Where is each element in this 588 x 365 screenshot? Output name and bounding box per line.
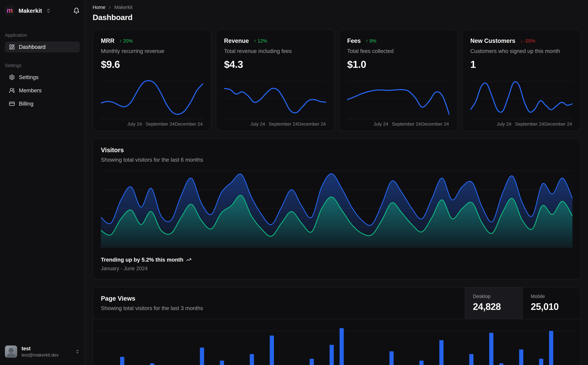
- page-views-bar-chart: [93, 322, 580, 365]
- chevron-right-icon: [108, 5, 112, 10]
- sidebar-item-label: Dashboard: [19, 44, 46, 50]
- stat-card-new-customers: New Customers ↓-25% Customers who signed…: [462, 29, 581, 131]
- user-name: test: [21, 346, 59, 351]
- stat-description: Customers who signed up this month: [470, 48, 573, 54]
- tab-mobile[interactable]: Mobile 25,010: [523, 288, 580, 319]
- stat-card-revenue: Revenue ↑12% Total revenue including fee…: [216, 29, 335, 131]
- brand-logo-letter: m: [7, 7, 13, 14]
- sidebar-item-label: Billing: [19, 101, 33, 107]
- trend-badge: ↓-25%: [520, 38, 535, 44]
- layout-dashboard-icon: [9, 44, 15, 50]
- main-content: Home Makerkit Dashboard MRR ↑20% Monthly…: [85, 0, 588, 365]
- tab-desktop-value: 24,828: [473, 301, 515, 312]
- stat-value: $1.0: [347, 59, 450, 70]
- arrow-up-icon: ↑: [254, 38, 256, 44]
- workspace-name: Makerkit: [19, 7, 42, 14]
- tab-mobile-label: Mobile: [531, 294, 573, 299]
- visitors-title: Visitors: [101, 147, 573, 154]
- sidebar-item-dashboard[interactable]: Dashboard: [5, 42, 80, 52]
- stat-card-fees: Fees ↑9% Total fees collected $1.0 July …: [339, 29, 458, 131]
- nav-list-application: Dashboard: [5, 42, 80, 52]
- stat-title: New Customers: [470, 37, 515, 44]
- sidebar-item-members[interactable]: Members: [5, 85, 80, 96]
- visitors-date-range: January - June 2024: [101, 266, 573, 272]
- workspace-selector[interactable]: m Makerkit: [5, 6, 51, 15]
- stat-description: Total fees collected: [347, 48, 450, 54]
- stat-title: Revenue: [224, 37, 249, 44]
- visitors-area-chart: [101, 170, 573, 248]
- brand-logo: m: [5, 6, 14, 15]
- stat-description: Monthly recurring revenue: [101, 48, 203, 54]
- sidebar-item-label: Settings: [19, 74, 39, 80]
- avatar: [5, 345, 17, 358]
- visitors-footer: Trending up by 5.2% this month January -…: [101, 257, 573, 272]
- credit-card-icon: [9, 101, 15, 107]
- user-menu[interactable]: test test@makerkit.dev: [5, 345, 80, 358]
- fees-sparkline-chart: [347, 77, 450, 119]
- user-meta: test test@makerkit.dev: [21, 346, 59, 358]
- stat-value: $9.6: [101, 59, 203, 70]
- sidebar-item-billing[interactable]: Billing: [5, 98, 80, 109]
- tab-mobile-value: 25,010: [531, 301, 573, 312]
- visitors-subtitle: Showing total visitors for the last 6 mo…: [101, 157, 573, 163]
- breadcrumb: Home Makerkit: [93, 5, 581, 10]
- trend-badge: ↑12%: [254, 38, 267, 44]
- stat-title: Fees: [347, 37, 361, 44]
- x-axis-labels: July 24 September 24 December 24: [347, 119, 450, 126]
- sidebar-item-label: Members: [19, 87, 42, 94]
- user-email: test@makerkit.dev: [21, 353, 59, 358]
- revenue-sparkline-chart: [224, 77, 326, 119]
- users-icon: [9, 88, 15, 93]
- stat-title: MRR: [101, 37, 114, 44]
- page-views-subtitle: Showing total visitors for the last 3 mo…: [101, 305, 457, 311]
- visitors-card: Visitors Showing total visitors for the …: [93, 139, 581, 280]
- stat-value: 1: [470, 59, 573, 70]
- x-axis-labels: July 24 September 24 December 24: [224, 119, 326, 126]
- stat-card-mrr: MRR ↑20% Monthly recurring revenue $9.6 …: [93, 29, 211, 131]
- page-views-series-tabs: Desktop 24,828 Mobile 25,010: [465, 288, 580, 319]
- stats-grid: MRR ↑20% Monthly recurring revenue $9.6 …: [93, 29, 581, 131]
- breadcrumb-home-link[interactable]: Home: [93, 5, 105, 10]
- chevrons-up-down-icon: [46, 8, 51, 13]
- arrow-up-icon: ↑: [119, 38, 122, 44]
- x-axis-labels: July 24 September 24 December 24: [470, 119, 573, 126]
- chevrons-up-down-icon: [75, 349, 80, 354]
- tab-desktop-label: Desktop: [473, 294, 515, 299]
- arrow-down-icon: ↓: [520, 38, 523, 44]
- nav-section-label-settings: Settings: [5, 63, 80, 68]
- page-views-title: Page Views: [101, 295, 457, 302]
- nav-list-settings: Settings Members Billing: [5, 72, 80, 109]
- x-axis-labels: July 24 September 24 December 24: [101, 119, 203, 126]
- tab-desktop[interactable]: Desktop 24,828: [465, 288, 523, 319]
- notifications-button[interactable]: [73, 7, 80, 14]
- gear-icon: [9, 74, 15, 80]
- visitors-trend-text: Trending up by 5.2% this month: [101, 257, 183, 263]
- page-views-header: Page Views Showing total visitors for th…: [93, 288, 580, 319]
- page-views-card: Page Views Showing total visitors for th…: [93, 287, 581, 365]
- stat-description: Total revenue including fees: [224, 48, 326, 54]
- trend-badge: ↑20%: [119, 38, 133, 44]
- sidebar-item-settings[interactable]: Settings: [5, 72, 80, 83]
- mrr-sparkline-chart: [101, 77, 203, 119]
- page-title: Dashboard: [93, 13, 581, 22]
- sidebar: m Makerkit Application Dashboard: [0, 0, 85, 365]
- stat-value: $4.3: [224, 59, 326, 70]
- arrow-up-icon: ↑: [366, 38, 368, 44]
- nav-section-label-application: Application: [5, 33, 80, 38]
- bell-icon: [73, 7, 80, 14]
- breadcrumb-current: Makerkit: [114, 5, 132, 10]
- trending-up-icon: [186, 257, 191, 262]
- new-customers-sparkline-chart: [470, 77, 573, 119]
- trend-badge: ↑9%: [366, 38, 376, 44]
- sidebar-header: m Makerkit: [5, 6, 80, 15]
- app-root: m Makerkit Application Dashboard: [0, 0, 588, 365]
